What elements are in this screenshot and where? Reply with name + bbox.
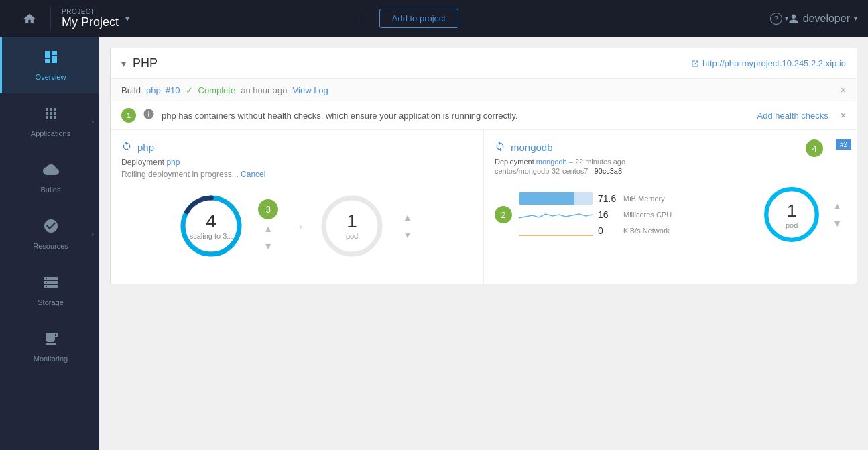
sidebar-resources-label: Resources <box>33 242 68 250</box>
php-card-title: PHP <box>133 56 691 70</box>
target-pods-label: 1 pod <box>346 212 358 240</box>
scaling-to-label: scaling to 3... <box>190 232 233 240</box>
mongodb-refresh-icon <box>495 141 505 154</box>
scale-arrows: ▲ ▼ <box>259 222 277 253</box>
sidebar-item-resources[interactable]: Resources › <box>0 206 99 262</box>
resources-chevron-icon: › <box>92 231 94 238</box>
rolling-info: Rolling deployment in progress... Cancel <box>121 170 473 179</box>
storage-icon <box>43 274 59 294</box>
arrow-mid-icon: → <box>292 219 305 234</box>
build-label: Build <box>121 85 141 95</box>
mongodb-image-info: centos/mongodb-32-centos7 90cc3a8 <box>495 167 846 175</box>
applications-icon <box>43 105 59 125</box>
mongodb-tag-badge: #2 <box>836 139 851 150</box>
build-status: Complete <box>198 85 236 95</box>
add-health-checks-link[interactable]: Add health checks <box>757 111 828 121</box>
network-value: 0 <box>598 225 618 236</box>
sidebar-item-storage[interactable]: Storage <box>0 262 99 319</box>
php-app-card: ▾ PHP http://php-myproject.10.245.2.2.xi… <box>110 48 857 284</box>
cpu-unit: Millicores CPU <box>623 211 672 219</box>
external-link-icon <box>691 60 699 68</box>
scaling-display: 4 scaling to 3... 3 ▲ ▼ <box>121 179 473 273</box>
home-button[interactable] <box>11 12 48 25</box>
mongodb-deployment-info: Deployment mongodb – 22 minutes ago <box>495 158 846 166</box>
scale-up-button[interactable]: ▲ <box>259 222 277 235</box>
mongodb-image-name: centos/mongodb-32-centos7 <box>495 167 588 175</box>
view-log-link[interactable]: View Log <box>293 85 328 95</box>
builds-icon <box>43 162 59 182</box>
target-scale-up-button[interactable]: ▲ <box>399 211 416 224</box>
target-pods-ring: 1 pod <box>318 192 385 260</box>
mongodb-scale-arrows: ▲ ▼ <box>828 199 846 230</box>
warning-bar: 1 php has containers without health chec… <box>111 101 857 130</box>
scale-down-button[interactable]: ▼ <box>259 239 277 253</box>
mongodb-image-hash: 90cc3a8 <box>595 167 623 175</box>
cpu-metric: 16 Millicores CPU <box>519 209 755 221</box>
mongodb-ring-label: 1 pod <box>786 201 798 229</box>
sidebar-item-overview[interactable]: Overview <box>0 37 99 93</box>
user-name: developer <box>803 13 850 25</box>
target-pods-number: 1 <box>346 212 358 231</box>
network-metric: 0 KiB/s Network <box>519 225 755 237</box>
mongodb-count-badge: 4 <box>806 139 823 157</box>
memory-value: 71.6 <box>598 193 618 204</box>
current-pods-ring: 4 scaling to 3... <box>178 192 245 260</box>
sidebar-overview-label: Overview <box>36 73 66 81</box>
help-button[interactable]: ? ▾ <box>770 13 788 25</box>
php-refresh-icon <box>121 141 132 154</box>
current-pods-label: 4 scaling to 3... <box>190 212 233 240</box>
sidebar-monitoring-label: Monitoring <box>34 355 68 363</box>
cpu-value: 16 <box>598 209 618 220</box>
project-selector[interactable]: Project My Project ▾ <box>54 8 360 30</box>
sidebar-builds-label: Builds <box>41 186 61 194</box>
content-area: ▾ PHP http://php-myproject.10.245.2.2.xi… <box>99 37 868 450</box>
top-nav: Project My Project ▾ Add to project ? ▾ … <box>0 0 868 37</box>
help-icon: ? <box>770 13 782 25</box>
sidebar-item-applications[interactable]: Applications › <box>0 93 99 150</box>
mongodb-section-header: mongodb <box>495 141 846 154</box>
mongodb-pod-ring: 1 pod <box>761 184 822 245</box>
user-icon <box>788 13 799 24</box>
target-scale-down-button[interactable]: ▼ <box>399 228 416 241</box>
sidebar-applications-label: Applications <box>31 129 70 137</box>
php-section-header: php <box>121 141 473 154</box>
sidebar-storage-label: Storage <box>38 298 64 306</box>
build-time: an hour ago <box>241 85 287 95</box>
warning-close-icon[interactable]: × <box>841 110 846 121</box>
warning-text: php has containers without health checks… <box>162 111 751 121</box>
add-to-project-button[interactable]: Add to project <box>379 9 458 28</box>
php-card-header: ▾ PHP http://php-myproject.10.245.2.2.xi… <box>111 48 857 79</box>
target-pod-label: pod <box>346 232 358 240</box>
pods-row: php Deployment php Rolling deployment in… <box>111 130 857 284</box>
memory-metric: 71.6 MiB Memory <box>519 192 755 205</box>
mongodb-pod-count: 1 <box>786 201 798 221</box>
memory-unit: MiB Memory <box>623 194 665 203</box>
php-pod-section: php Deployment php Rolling deployment in… <box>111 130 484 284</box>
network-unit: KiB/s Network <box>623 227 670 235</box>
mongodb-pod-section: mongodb 4 #2 Deployment mongodb – 22 min… <box>484 130 857 284</box>
info-icon <box>143 108 155 123</box>
network-sparkline <box>519 225 593 237</box>
php-deployment-link[interactable]: php <box>166 158 180 167</box>
user-chevron-icon: ▾ <box>854 15 857 22</box>
mongodb-scale-up-button[interactable]: ▲ <box>828 199 846 213</box>
collapse-icon[interactable]: ▾ <box>121 58 126 69</box>
mongodb-metrics: 71.6 MiB Memory 16 Millicores CPU <box>519 192 755 237</box>
overview-icon <box>43 49 59 69</box>
user-menu[interactable]: developer ▾ <box>788 13 857 25</box>
mongodb-section-name: mongodb <box>511 142 553 153</box>
cpu-sparkline <box>519 209 593 221</box>
mongodb-scale-down-button[interactable]: ▼ <box>828 217 846 230</box>
build-bar: Build php, #10 ✓ Complete an hour ago Vi… <box>111 79 857 101</box>
monitoring-icon <box>43 331 59 351</box>
sidebar: Overview Applications › Builds Resources… <box>0 37 99 450</box>
project-label: Project <box>62 8 119 15</box>
applications-chevron-icon: › <box>92 118 94 125</box>
sidebar-item-monitoring[interactable]: Monitoring <box>0 319 99 375</box>
main-layout: Overview Applications › Builds Resources… <box>0 37 868 450</box>
build-link[interactable]: php, #10 <box>146 85 180 95</box>
build-close-icon[interactable]: × <box>841 85 846 95</box>
php-url-link[interactable]: http://php-myproject.10.245.2.2.xip.io <box>691 58 846 68</box>
sidebar-item-builds[interactable]: Builds <box>0 150 99 206</box>
warning-badge: 1 <box>121 108 136 123</box>
